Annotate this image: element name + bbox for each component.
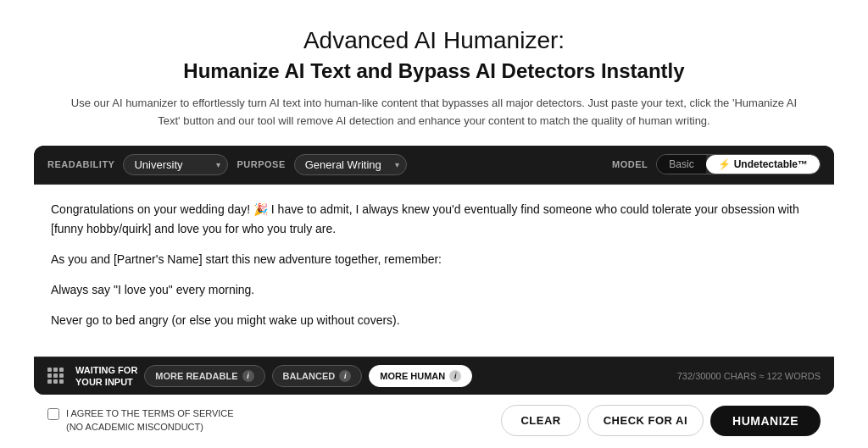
chars-info: 732/30000 CHARS ≈ 122 WORDS [677, 371, 821, 381]
waiting-text: WAITING FOR YOUR INPUT [75, 364, 137, 389]
purpose-label: PURPOSE [236, 159, 285, 169]
bottom-actions: I AGREE TO THE TERMS OF SERVICE (NO ACAD… [34, 395, 834, 446]
model-basic-option[interactable]: Basic [657, 155, 705, 174]
text-paragraph-1: Congratulations on your wedding day! 🎉 I… [51, 200, 817, 241]
model-undetectable-option[interactable]: ⚡ Undetectable™ [706, 155, 820, 174]
page-description: Use our AI humanizer to effortlessly tur… [70, 95, 798, 130]
readability-select-wrapper: Elementary Middle School High School Uni… [123, 154, 228, 175]
card-bottom-bar: WAITING FOR YOUR INPUT MORE READABLE i B… [34, 357, 834, 395]
clear-button[interactable]: CLEAR [501, 405, 580, 436]
model-label: MODEL [612, 159, 648, 169]
main-card: READABILITY Elementary Middle School Hig… [34, 146, 834, 395]
action-buttons: CLEAR CHECK FOR AI HUMANIZE [501, 405, 821, 436]
page-subtitle: Humanize AI Text and Bypass AI Detectors… [34, 59, 834, 83]
model-undetectable-label: Undetectable™ [734, 158, 808, 170]
more-readable-button[interactable]: MORE READABLE i [144, 365, 264, 387]
purpose-select-wrapper: General Writing Academic Business Creati… [294, 154, 407, 175]
terms-checkbox[interactable] [47, 408, 59, 420]
purpose-select[interactable]: General Writing Academic Business Creati… [294, 154, 407, 175]
balanced-info-icon: i [339, 370, 351, 382]
model-toggle: Basic ⚡ Undetectable™ [656, 154, 821, 174]
check-for-ai-button[interactable]: CHECK FOR AI [587, 405, 704, 436]
readability-select[interactable]: Elementary Middle School High School Uni… [123, 154, 228, 175]
text-fade [34, 323, 834, 357]
text-content: Congratulations on your wedding day! 🎉 I… [51, 200, 817, 331]
terms-label[interactable]: I AGREE TO THE TERMS OF SERVICE (NO ACAD… [47, 407, 491, 434]
readable-info-icon: i [242, 370, 254, 382]
terms-text: I AGREE TO THE TERMS OF SERVICE (NO ACAD… [66, 407, 234, 434]
human-info-icon: i [449, 370, 461, 382]
page-title: Advanced AI Humanizer: [34, 27, 834, 54]
lightning-icon: ⚡ [718, 158, 731, 170]
grid-icon [47, 368, 64, 384]
toolbar: READABILITY Elementary Middle School Hig… [34, 146, 834, 185]
text-paragraph-2: As you and [Partner's Name] start this n… [51, 250, 817, 270]
text-area[interactable]: Congratulations on your wedding day! 🎉 I… [34, 185, 834, 357]
more-human-button[interactable]: MORE HUMAN i [369, 365, 472, 387]
readability-label: READABILITY [47, 159, 114, 169]
humanize-button[interactable]: HUMANIZE [710, 406, 821, 436]
text-paragraph-3: Always say "I love you" every morning. [51, 280, 817, 301]
balanced-button[interactable]: BALANCED i [272, 365, 363, 387]
